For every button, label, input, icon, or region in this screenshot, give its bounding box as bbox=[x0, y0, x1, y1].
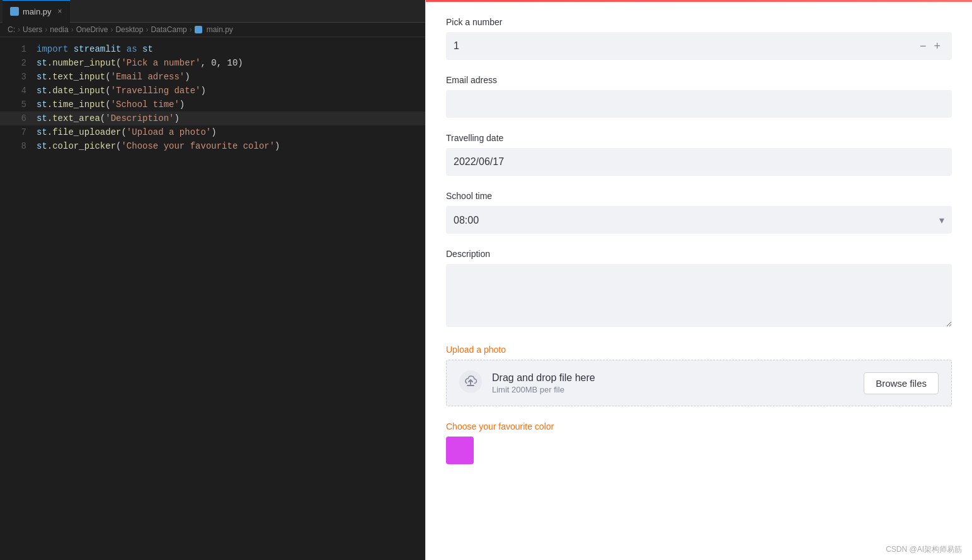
tab-bar: main.py × bbox=[0, 0, 425, 23]
date-display[interactable]: 2022/06/17 bbox=[446, 148, 952, 176]
line-number: 8 bbox=[8, 139, 26, 153]
code-line: 2st.number_input('Pick a number', 0, 10) bbox=[0, 56, 425, 70]
code-line: 4st.date_input('Travelling date') bbox=[0, 84, 425, 98]
editor-tab[interactable]: main.py × bbox=[3, 0, 70, 23]
upload-text: Drag and drop file here Limit 200MB per … bbox=[492, 372, 854, 394]
app-content: Pick a number − + Email adress Travellin… bbox=[426, 2, 972, 539]
line-number: 4 bbox=[8, 84, 26, 98]
code-content: st.time_input('School time') bbox=[37, 98, 418, 111]
number-label: Pick a number bbox=[446, 17, 952, 27]
line-number: 2 bbox=[8, 56, 26, 70]
time-label: School time bbox=[446, 191, 952, 201]
number-input-group: Pick a number − + bbox=[446, 17, 952, 60]
email-input[interactable] bbox=[446, 90, 952, 118]
app-panel: Pick a number − + Email adress Travellin… bbox=[425, 0, 972, 560]
upload-group: Upload a photo Drag and drop file here L… bbox=[446, 345, 952, 406]
number-input[interactable] bbox=[454, 40, 916, 52]
code-content: st.text_area('Description') bbox=[37, 111, 418, 125]
number-minus-button[interactable]: − bbox=[916, 40, 930, 53]
svg-rect-0 bbox=[11, 8, 18, 14]
tab-close-icon[interactable]: × bbox=[58, 7, 62, 16]
time-input-group: School time 08:00 09:00 10:00 ▾ bbox=[446, 191, 952, 234]
description-label: Description bbox=[446, 249, 952, 259]
time-select-wrap: 08:00 09:00 10:00 ▾ bbox=[446, 206, 952, 234]
code-content: st.text_input('Email adress') bbox=[37, 70, 418, 84]
code-line: 7st.file_uploader('Upload a photo') bbox=[0, 125, 425, 139]
line-number: 6 bbox=[8, 111, 26, 125]
code-area: 1import streamlit as st2st.number_input(… bbox=[0, 37, 425, 560]
code-line: 5st.time_input('School time') bbox=[0, 98, 425, 111]
editor-panel: main.py × C: › Users › nedia › OneDrive … bbox=[0, 0, 425, 560]
email-label: Email adress bbox=[446, 75, 952, 85]
line-number: 1 bbox=[8, 42, 26, 56]
code-content: st.date_input('Travelling date') bbox=[37, 84, 418, 98]
code-line: 3st.text_input('Email adress') bbox=[0, 70, 425, 84]
line-number: 3 bbox=[8, 70, 26, 84]
color-picker-label: Choose your favourite color bbox=[446, 421, 952, 431]
tab-filename: main.py bbox=[23, 7, 52, 16]
description-group: Description bbox=[446, 249, 952, 329]
file-drop-zone[interactable]: Drag and drop file here Limit 200MB per … bbox=[446, 360, 952, 406]
code-line: 8st.color_picker('Choose your favourite … bbox=[0, 139, 425, 153]
number-plus-button[interactable]: + bbox=[930, 40, 944, 53]
color-swatch-button[interactable] bbox=[446, 437, 474, 464]
code-line: 1import streamlit as st bbox=[0, 42, 425, 56]
upload-label: Upload a photo bbox=[446, 345, 952, 355]
date-label: Travelling date bbox=[446, 133, 952, 143]
number-input-row: − + bbox=[446, 32, 952, 60]
email-input-group: Email adress bbox=[446, 75, 952, 118]
upload-main-text: Drag and drop file here bbox=[492, 372, 854, 384]
watermark: CSDN @AI架构师易筋 bbox=[426, 539, 972, 560]
upload-cloud-icon bbox=[459, 370, 482, 396]
code-content: st.file_uploader('Upload a photo') bbox=[37, 125, 418, 139]
browse-files-button[interactable]: Browse files bbox=[864, 372, 939, 394]
time-select[interactable]: 08:00 09:00 10:00 bbox=[446, 206, 952, 234]
description-textarea[interactable] bbox=[446, 264, 952, 327]
line-number: 5 bbox=[8, 98, 26, 111]
line-number: 7 bbox=[8, 125, 26, 139]
breadcrumb: C: › Users › nedia › OneDrive › Desktop … bbox=[0, 23, 425, 37]
color-picker-group: Choose your favourite color bbox=[446, 421, 952, 467]
code-line: 6st.text_area('Description') bbox=[0, 111, 425, 125]
date-input-group: Travelling date 2022/06/17 bbox=[446, 133, 952, 176]
code-content: st.color_picker('Choose your favourite c… bbox=[37, 139, 418, 153]
upload-sub-text: Limit 200MB per file bbox=[492, 385, 854, 394]
code-content: import streamlit as st bbox=[37, 42, 418, 56]
file-icon bbox=[10, 7, 19, 16]
code-content: st.number_input('Pick a number', 0, 10) bbox=[37, 56, 418, 70]
